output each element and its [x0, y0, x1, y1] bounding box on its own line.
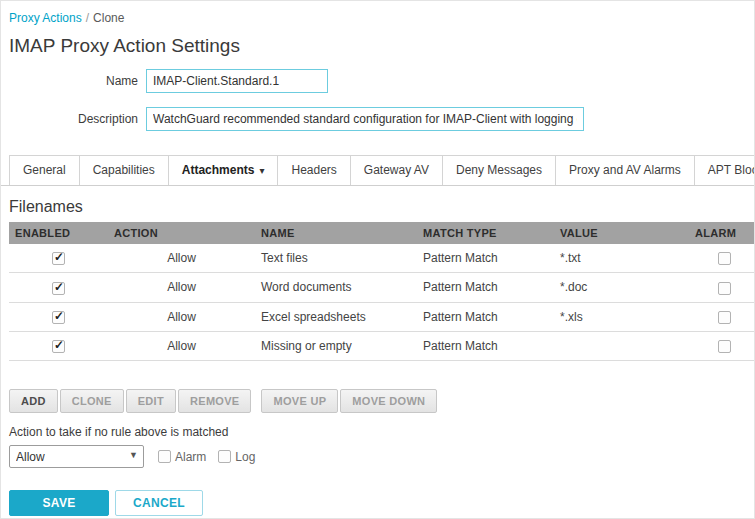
- alarm-checkbox[interactable]: [718, 311, 731, 324]
- table-header: ENABLEDACTIONNAMEMATCH TYPEVALUEALARMLOG: [9, 222, 755, 244]
- cell-name: Word documents: [255, 273, 417, 302]
- tab-label: General: [23, 163, 66, 177]
- cell-value: [554, 331, 689, 360]
- cell-action: Allow: [108, 273, 255, 302]
- cell-match-type: Pattern Match: [417, 273, 554, 302]
- footer-actions: SAVE CANCEL: [9, 490, 754, 516]
- breadcrumb-current: Clone: [93, 11, 124, 25]
- column-header-name: NAME: [255, 222, 417, 244]
- tab-capabilities[interactable]: Capabilities: [80, 155, 169, 185]
- alarm-checkbox[interactable]: [718, 340, 731, 353]
- tab-proxy-and-av-alarms[interactable]: Proxy and AV Alarms: [556, 155, 695, 185]
- enabled-checkbox-cell: [9, 331, 108, 360]
- cell-name: Excel spreadsheets: [255, 302, 417, 331]
- enabled-checkbox[interactable]: [52, 340, 65, 353]
- table-row[interactable]: AllowExcel spreadsheetsPattern Match*.xl…: [9, 302, 755, 331]
- column-header-alarm: ALARM: [689, 222, 755, 244]
- cell-value: *.doc: [554, 273, 689, 302]
- alarm-checkbox-cell: [689, 331, 755, 360]
- description-input[interactable]: [146, 107, 584, 131]
- column-header-value: VALUE: [554, 222, 689, 244]
- tab-label: Headers: [291, 163, 336, 177]
- breadcrumb: Proxy Actions/Clone: [9, 11, 754, 25]
- cell-match-type: Pattern Match: [417, 302, 554, 331]
- enabled-checkbox[interactable]: [52, 252, 65, 265]
- table-row[interactable]: AllowMissing or emptyPattern Match: [9, 331, 755, 360]
- tab-general[interactable]: General: [9, 155, 80, 185]
- name-row: Name: [1, 69, 754, 93]
- column-header-enabled: ENABLED: [9, 222, 108, 244]
- chevron-down-icon: ▾: [259, 165, 264, 176]
- alarm-checkbox-cell: [689, 244, 755, 273]
- enabled-checkbox-cell: [9, 244, 108, 273]
- cell-action: Allow: [108, 331, 255, 360]
- alarm-checkbox[interactable]: [718, 282, 731, 295]
- table-row[interactable]: AllowText filesPattern Match*.txt: [9, 244, 755, 273]
- default-log-checkbox[interactable]: [218, 450, 231, 463]
- filenames-table: ENABLEDACTIONNAMEMATCH TYPEVALUEALARMLOG…: [9, 222, 755, 361]
- alarm-checkbox[interactable]: [718, 252, 731, 265]
- default-action-row: Allow ▼ Alarm Log: [9, 445, 754, 468]
- enabled-checkbox-cell: [9, 273, 108, 302]
- cell-match-type: Pattern Match: [417, 331, 554, 360]
- tab-bar: GeneralCapabilitiesAttachments▾HeadersGa…: [1, 155, 754, 186]
- clone-button[interactable]: CLONE: [60, 389, 124, 413]
- tab-apt-blocker[interactable]: APT Blocker: [695, 155, 755, 185]
- save-button[interactable]: SAVE: [9, 490, 109, 516]
- cell-action: Allow: [108, 244, 255, 273]
- tab-headers[interactable]: Headers: [278, 155, 350, 185]
- default-action-select-wrap: Allow ▼: [9, 445, 144, 468]
- page-title: IMAP Proxy Action Settings: [9, 35, 754, 57]
- cell-name: Text files: [255, 244, 417, 273]
- remove-button[interactable]: REMOVE: [178, 389, 251, 413]
- tab-label: Deny Messages: [456, 163, 542, 177]
- name-input[interactable]: [146, 69, 328, 93]
- alarm-checkbox-cell: [689, 302, 755, 331]
- cell-name: Missing or empty: [255, 331, 417, 360]
- enabled-checkbox[interactable]: [52, 311, 65, 324]
- tab-label: APT Blocker: [708, 163, 755, 177]
- move-up-button[interactable]: MOVE UP: [261, 389, 338, 413]
- imap-proxy-settings-page: Proxy Actions/Clone IMAP Proxy Action Se…: [0, 0, 755, 519]
- default-log-group: Log: [218, 450, 255, 464]
- default-action-label: Action to take if no rule above is match…: [9, 425, 754, 439]
- default-alarm-checkbox[interactable]: [158, 450, 171, 463]
- alarm-checkbox-cell: [689, 273, 755, 302]
- cell-match-type: Pattern Match: [417, 244, 554, 273]
- move-down-button[interactable]: MOVE DOWN: [340, 389, 437, 413]
- description-label: Description: [1, 112, 138, 126]
- tab-deny-messages[interactable]: Deny Messages: [443, 155, 556, 185]
- table-body: AllowText filesPattern Match*.txtAllowWo…: [9, 244, 755, 361]
- add-button[interactable]: ADD: [9, 389, 58, 413]
- name-label: Name: [1, 74, 138, 88]
- description-row: Description: [1, 107, 754, 131]
- edit-button[interactable]: EDIT: [126, 389, 176, 413]
- tab-gateway-av[interactable]: Gateway AV: [351, 155, 443, 185]
- default-log-label: Log: [235, 450, 255, 464]
- table-row[interactable]: AllowWord documentsPattern Match*.doc: [9, 273, 755, 302]
- cell-action: Allow: [108, 302, 255, 331]
- tab-label: Gateway AV: [364, 163, 429, 177]
- tab-label: Proxy and AV Alarms: [569, 163, 681, 177]
- default-action-select[interactable]: Allow: [9, 445, 144, 468]
- default-alarm-group: Alarm: [158, 450, 206, 464]
- enabled-checkbox-cell: [9, 302, 108, 331]
- cell-value: *.txt: [554, 244, 689, 273]
- rule-toolbar: ADDCLONEEDITREMOVEMOVE UPMOVE DOWN: [9, 389, 754, 413]
- cancel-button[interactable]: CANCEL: [115, 490, 203, 516]
- enabled-checkbox[interactable]: [52, 282, 65, 295]
- tab-label: Capabilities: [93, 163, 155, 177]
- settings-form: Name Description: [1, 69, 754, 131]
- column-header-match-type: MATCH TYPE: [417, 222, 554, 244]
- breadcrumb-separator: /: [86, 11, 89, 25]
- breadcrumb-proxy-actions-link[interactable]: Proxy Actions: [9, 11, 82, 25]
- cell-value: *.xls: [554, 302, 689, 331]
- default-alarm-label: Alarm: [175, 450, 206, 464]
- section-title-filenames: Filenames: [9, 198, 754, 216]
- tab-label: Attachments: [182, 163, 255, 177]
- tab-attachments[interactable]: Attachments▾: [169, 155, 279, 185]
- column-header-action: ACTION: [108, 222, 255, 244]
- table-header-row: ENABLEDACTIONNAMEMATCH TYPEVALUEALARMLOG: [9, 222, 755, 244]
